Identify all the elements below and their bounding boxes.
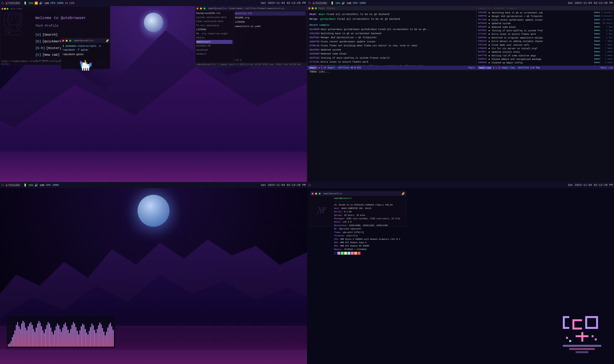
vis-bar bbox=[63, 325, 64, 347]
audio-visualizer bbox=[6, 316, 115, 351]
minimize-dot[interactable] bbox=[4, 8, 6, 10]
swatch-4 bbox=[348, 252, 350, 255]
maximize-dot[interactable] bbox=[7, 8, 9, 10]
vis-bar bbox=[71, 325, 72, 347]
magit-min[interactable] bbox=[312, 7, 314, 9]
ft-item-ftnix: ft-nix spaceduck bbox=[196, 24, 233, 28]
ft-item-win95: windows-95 bbox=[196, 44, 233, 48]
vis-bar bbox=[20, 329, 21, 347]
vis-bar bbox=[29, 324, 30, 347]
vis-bars-container bbox=[6, 316, 115, 348]
git-log-line: 5af93d2●Testing if auto-cpufreq is syste… bbox=[478, 29, 613, 32]
vis-bar bbox=[57, 324, 58, 347]
magit-mode-badge: Magit bbox=[308, 66, 317, 69]
vis-bar bbox=[86, 333, 87, 347]
poke-max[interactable] bbox=[69, 40, 71, 42]
poke-close[interactable] bbox=[62, 40, 64, 42]
qute-header: qute-home bbox=[0, 6, 110, 11]
vis-bar bbox=[111, 326, 112, 347]
git-log-line: 5d47f38●Getting rid of some electron pkg… bbox=[478, 54, 613, 57]
vis-bar bbox=[69, 333, 70, 347]
vis-bar bbox=[89, 331, 90, 347]
vis-bar bbox=[87, 335, 88, 347]
swatch-5 bbox=[351, 252, 354, 255]
vis-bar bbox=[34, 332, 35, 347]
vis-bar bbox=[58, 325, 59, 347]
poke-min[interactable] bbox=[66, 40, 68, 42]
qute-hint-o: [o] bbox=[35, 32, 41, 38]
git-log-line: 23b0118●Extra detail on adding unstable … bbox=[478, 39, 613, 43]
ft-close[interactable] bbox=[196, 8, 198, 9]
youtube-icon-bl: ▶ bbox=[6, 183, 8, 187]
nf-uptime-line: Uptime: 19 hours, 35 mins bbox=[334, 214, 405, 217]
rapidash-sprite bbox=[76, 57, 95, 73]
nf-title: emmet@snowfire bbox=[323, 192, 342, 195]
nf-max[interactable] bbox=[319, 193, 321, 195]
ft-license: LICENSE bbox=[235, 20, 306, 24]
nf-pkg-line: Packages: 1361 (nix-system), 2702 (nix-u… bbox=[334, 217, 405, 220]
nf-min[interactable] bbox=[315, 193, 317, 195]
pixel-logo-container bbox=[560, 313, 604, 358]
magit-max[interactable] bbox=[315, 7, 317, 9]
vis-bar bbox=[38, 321, 39, 347]
vis-bar bbox=[12, 337, 13, 347]
ascii-art-container: ╭──────────────╮ ╭╯ ╭──────────╮╰╮ │ │ ◯… bbox=[2, 12, 35, 53]
vis-bar bbox=[8, 344, 9, 347]
magit-commit-line: ef0c50dSwitching back to gh as screensho… bbox=[309, 32, 474, 36]
vis-bar bbox=[93, 325, 94, 347]
magit-close[interactable] bbox=[308, 7, 310, 9]
vis-bar bbox=[32, 325, 33, 347]
vis-bar bbox=[97, 329, 98, 347]
ft-min[interactable] bbox=[200, 8, 202, 9]
vis-bar bbox=[66, 326, 67, 347]
taskbar-top-left: ⬡ ▶ Youtube 🔋 59% 📶 🔊 10€ CPU 100% 1% 11… bbox=[0, 0, 307, 6]
ft-max[interactable] bbox=[204, 8, 206, 9]
git-log-line: f6c7e94●Fixes recent qutebrowser update … bbox=[478, 18, 613, 22]
youtube-icon: ▶ bbox=[6, 1, 8, 5]
magit-todos: TODOs (14)... bbox=[309, 69, 474, 74]
taskbar-mem: 1% bbox=[65, 2, 68, 5]
ft-title: emmet@snowfire /home/emmet/.dotfiles/the… bbox=[208, 7, 285, 10]
taskbar-youtube[interactable]: ▶ Youtube bbox=[5, 1, 21, 5]
vis-bar bbox=[105, 335, 106, 347]
swatch-6 bbox=[354, 252, 357, 255]
svg-rect-8 bbox=[80, 61, 82, 64]
nf-body: \\ \\ // \\_\\// / | /| / |/ | / emmet@s… bbox=[310, 196, 406, 226]
nf-os-line: OS: NixOS 23.11.20231162.fa88ded (Tapir)… bbox=[334, 203, 405, 207]
ft-item-uwwunicorn: uwwunicorn bbox=[196, 40, 233, 44]
monitor-top-right: ⬡ ▶ Youtube 🔋 59% 🔊 10€ CPU 100% Sat 202… bbox=[307, 0, 614, 182]
svg-rect-15 bbox=[86, 63, 87, 64]
magit-commit-line: bbd2003Updated system bbox=[309, 48, 474, 52]
vis-bar bbox=[46, 325, 47, 347]
magit-commits-list: dee0888main gitea/main gitlab/main githu… bbox=[309, 27, 474, 68]
vis-bar bbox=[60, 329, 61, 347]
vis-bar bbox=[9, 343, 10, 347]
vis-bar bbox=[21, 324, 22, 347]
vis-bar bbox=[53, 335, 54, 347]
taskbar-vol: 🔊 10€ bbox=[39, 1, 49, 5]
pokemon-title: emmet@snowfire:~ bbox=[74, 39, 95, 42]
qute-hint-sh: [S-h] bbox=[35, 45, 45, 51]
taskbar-time-br: Sat 2023-11-04 02:13:20 PM bbox=[568, 183, 613, 187]
pokemon-titlebar: emmet@snowfire:~ 🌈 bbox=[61, 39, 110, 43]
vis-bar bbox=[14, 330, 15, 347]
magit-commit-line: 2774c0cExtra lines to ensure flakes work bbox=[309, 60, 474, 64]
close-dot[interactable] bbox=[1, 8, 3, 10]
taskbar-youtube-r[interactable]: ▶ Youtube bbox=[312, 1, 328, 5]
svg-rect-32 bbox=[585, 327, 598, 329]
nf-term-line: Terminal: alacritty bbox=[334, 234, 405, 237]
taskbar-time-left: Sat 2023-11-04 02:13:20 PM bbox=[261, 1, 306, 5]
taskbar-battery-r: 🔋 59% bbox=[331, 1, 340, 5]
taskbar-youtube-bl[interactable]: ▶ Youtube bbox=[5, 183, 21, 187]
git-log-line: 4906f00●Ranger dnd optimization + qb fil… bbox=[478, 14, 613, 18]
git-log-line: c00d519●Cleaned up magit configEmmet1 we… bbox=[478, 61, 613, 65]
magit-title-label: Magit Status bbox=[319, 7, 335, 10]
svg-rect-38 bbox=[592, 335, 594, 337]
vis-bar bbox=[85, 329, 86, 347]
monitor-bottom-right: ⬡ Sat 2023-11-04 02:13:20 PM emmet@snowf… bbox=[307, 182, 614, 364]
magit-commit-line: b0df6deRanger dnd optimization + qb file… bbox=[309, 36, 474, 40]
svg-rect-37 bbox=[576, 351, 588, 353]
nf-close[interactable] bbox=[312, 193, 314, 195]
vis-bar bbox=[82, 324, 83, 347]
nf-host-part: snowfire bbox=[342, 197, 351, 200]
